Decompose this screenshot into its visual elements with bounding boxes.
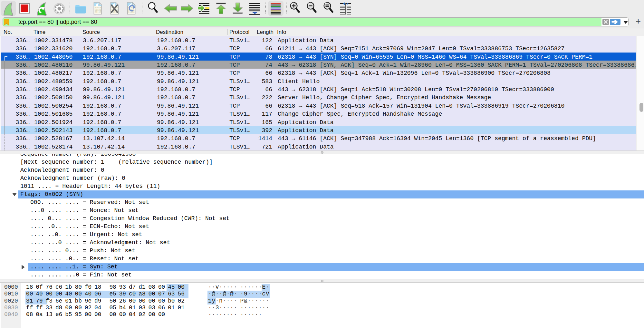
svg-text:01101: 01101: [95, 9, 101, 11]
svg-text:01010: 01010: [95, 7, 101, 9]
svg-text:01110: 01110: [95, 11, 101, 14]
svg-text:01110: 01110: [128, 11, 135, 14]
